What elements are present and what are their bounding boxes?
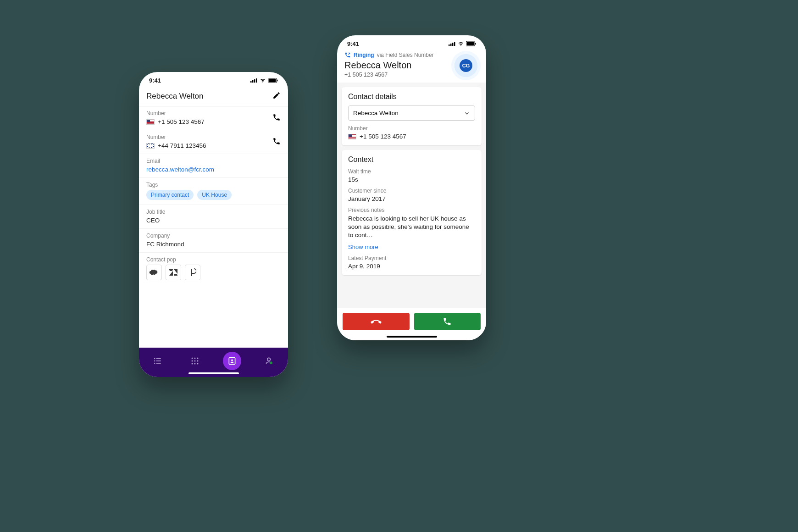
avatar-ring: CG <box>451 51 481 80</box>
phone-number-row[interactable]: Number +44 7911 123456 <box>139 130 288 154</box>
dialpad-icon <box>189 268 196 277</box>
svg-point-19 <box>197 360 198 362</box>
home-indicator[interactable] <box>387 336 437 338</box>
svg-point-22 <box>197 363 198 365</box>
show-more-link[interactable]: Show more <box>348 244 475 250</box>
accept-call-button[interactable] <box>414 313 481 330</box>
call-header: Ringing via Field Sales Number Rebecca W… <box>337 52 486 83</box>
field-label: Latest Payment <box>348 255 475 261</box>
nav-presence[interactable] <box>260 352 278 370</box>
phone-icon <box>443 317 452 326</box>
nav-dialpad[interactable] <box>186 352 204 370</box>
svg-rect-0 <box>250 81 252 83</box>
select-value: Rebecca Welton <box>353 110 399 116</box>
svg-point-26 <box>270 361 273 364</box>
salesforce-icon <box>149 269 159 276</box>
svg-rect-2 <box>254 79 255 83</box>
field-label: Customer since <box>348 188 475 194</box>
call-button[interactable] <box>272 113 281 123</box>
incoming-call-icon <box>344 52 351 58</box>
status-icons <box>250 78 278 83</box>
svg-point-8 <box>154 358 155 360</box>
tag-chip[interactable]: Primary contact <box>146 190 194 200</box>
flag-us-icon <box>348 134 356 139</box>
phone-icon <box>272 113 281 122</box>
signal-icon <box>250 78 258 83</box>
tag-chip[interactable]: UK House <box>197 190 232 200</box>
svg-point-16 <box>197 358 198 359</box>
contact-name: Rebecca Welton <box>146 92 203 101</box>
wifi-icon <box>260 78 266 83</box>
svg-point-17 <box>191 360 193 362</box>
user-status-icon <box>265 356 274 366</box>
notes-text: Rebecca is looking to sell her UK house … <box>348 215 475 240</box>
job-title-row: Job title CEO <box>139 205 288 229</box>
field-label: Number <box>146 110 281 116</box>
zendesk-icon <box>169 269 177 276</box>
salesforce-button[interactable] <box>146 265 162 280</box>
email-value: rebecca.welton@fcr.com <box>146 166 281 173</box>
svg-rect-32 <box>467 42 474 45</box>
field-label: Wait time <box>348 168 475 175</box>
dialpad-button[interactable] <box>185 265 200 280</box>
svg-point-14 <box>191 358 193 359</box>
call-action-bar <box>337 308 486 340</box>
svg-point-15 <box>194 358 195 359</box>
svg-rect-1 <box>252 80 254 83</box>
signal-icon <box>449 41 456 46</box>
email-row[interactable]: Email rebecca.welton@fcr.com <box>139 154 288 178</box>
job-title-value: CEO <box>146 217 281 224</box>
list-icon <box>153 356 162 366</box>
svg-point-25 <box>267 358 271 361</box>
field-label: Company <box>146 233 281 239</box>
field-label: Contact pop <box>146 256 281 263</box>
tags-row: Tags Primary contact UK House <box>139 178 288 205</box>
edit-button[interactable] <box>272 91 281 101</box>
previous-notes-field: Previous notes Rebecca is looking to sel… <box>348 207 475 250</box>
home-indicator[interactable] <box>188 372 239 374</box>
svg-point-24 <box>231 359 233 361</box>
hangup-icon <box>370 316 382 327</box>
svg-point-20 <box>191 363 193 365</box>
decline-call-button[interactable] <box>343 313 410 330</box>
svg-point-21 <box>194 363 195 365</box>
phone-number-text: +44 7911 123456 <box>158 142 206 149</box>
phone-number-row[interactable]: Number +1 505 123 4567 <box>139 106 288 130</box>
svg-rect-29 <box>452 43 454 46</box>
call-body: Contact details Rebecca Welton Number +1… <box>337 83 486 308</box>
status-bar: 9:41 <box>139 72 288 89</box>
wifi-icon <box>458 41 464 46</box>
svg-point-12 <box>154 363 155 364</box>
call-button[interactable] <box>272 137 281 147</box>
latest-payment-field: Latest Payment Apr 9, 2019 <box>348 255 475 270</box>
contact-detail-screen: 9:41 Rebecca Welton Number +1 505 123 45… <box>139 72 288 377</box>
field-value: Apr 9, 2019 <box>348 263 475 270</box>
call-via: via Field Sales Number <box>377 52 434 58</box>
svg-rect-6 <box>277 79 278 81</box>
contact-header: Rebecca Welton <box>139 89 288 106</box>
svg-rect-5 <box>269 78 276 82</box>
field-label: Email <box>146 158 281 164</box>
nav-contacts[interactable] <box>223 352 241 370</box>
status-bar: 9:41 <box>337 35 486 52</box>
keypad-icon <box>191 357 199 365</box>
field-value: +44 7911 123456 <box>146 142 281 149</box>
flag-us-icon <box>146 119 155 125</box>
field-value: January 2017 <box>348 195 475 202</box>
zendesk-button[interactable] <box>166 265 181 280</box>
contact-select[interactable]: Rebecca Welton <box>348 105 475 121</box>
svg-rect-27 <box>449 44 450 46</box>
contact-pop-row: Contact pop <box>139 253 288 285</box>
svg-rect-33 <box>475 43 476 44</box>
field-label: Number <box>348 125 475 132</box>
flag-uk-icon <box>146 143 155 149</box>
svg-rect-13 <box>156 363 161 364</box>
context-card: Context Wait time 15s Customer since Jan… <box>342 150 482 275</box>
phone-number-text: +1 505 123 4567 <box>158 118 205 125</box>
svg-rect-3 <box>256 78 257 83</box>
pencil-icon <box>272 91 281 100</box>
contact-details-card: Contact details Rebecca Welton Number +1… <box>342 87 482 145</box>
status-time: 9:41 <box>347 40 359 47</box>
incoming-call-screen: 9:41 Ringing via Field Sales Number Rebe… <box>337 35 486 340</box>
nav-queue[interactable] <box>149 352 167 370</box>
